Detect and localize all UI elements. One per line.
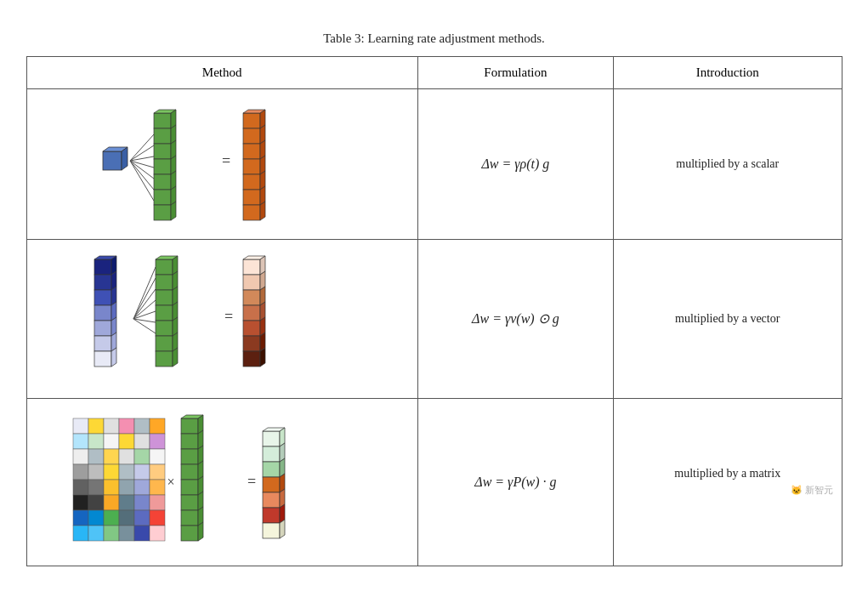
- svg-rect-37: [243, 190, 260, 205]
- svg-rect-102: [104, 434, 119, 449]
- svg-rect-123: [150, 480, 165, 495]
- svg-rect-122: [134, 480, 150, 495]
- svg-rect-164: [263, 446, 280, 462]
- method-cell-1: =: [26, 88, 417, 239]
- svg-rect-33: [243, 159, 260, 174]
- svg-rect-66: [156, 275, 173, 290]
- svg-rect-84: [243, 290, 260, 305]
- scalar-diagram-svg: =: [86, 105, 358, 224]
- svg-marker-159: [198, 522, 203, 541]
- svg-rect-121: [119, 480, 134, 495]
- svg-rect-82: [243, 275, 260, 290]
- svg-rect-35: [243, 174, 260, 190]
- svg-text:=: =: [224, 308, 233, 325]
- svg-rect-86: [243, 305, 260, 321]
- svg-rect-143: [181, 418, 198, 434]
- svg-marker-77: [173, 348, 178, 367]
- svg-marker-40: [260, 202, 265, 220]
- svg-rect-109: [119, 449, 134, 464]
- svg-text:=: =: [247, 473, 256, 490]
- table-row-1: =: [26, 88, 842, 239]
- svg-rect-111: [150, 449, 165, 464]
- svg-rect-29: [243, 128, 260, 144]
- svg-rect-174: [263, 523, 280, 538]
- method-cell-2: =: [26, 239, 417, 398]
- svg-rect-154: [181, 495, 198, 510]
- introduction-cell-2: multiplied by a vector: [613, 239, 842, 398]
- svg-rect-117: [150, 464, 165, 480]
- svg-line-59: [133, 300, 156, 319]
- svg-rect-106: [73, 449, 88, 464]
- svg-rect-148: [181, 449, 198, 464]
- svg-rect-161: [263, 431, 280, 446]
- svg-rect-99: [150, 418, 165, 434]
- svg-rect-79: [243, 259, 260, 275]
- introduction-cell-1: multiplied by a scalar: [613, 88, 842, 239]
- svg-rect-26: [243, 113, 260, 128]
- svg-marker-2: [122, 147, 128, 170]
- svg-rect-132: [104, 510, 119, 526]
- formula-2: Δw = γv(w) ⊙ g: [427, 310, 604, 327]
- svg-rect-95: [88, 418, 104, 434]
- col-header-method: Method: [26, 56, 417, 88]
- svg-rect-118: [73, 480, 88, 495]
- table-row-3: ×: [26, 398, 842, 566]
- matrix-diagram-svg: ×: [69, 414, 375, 550]
- vector-diagram-svg: =: [86, 255, 358, 383]
- svg-rect-139: [119, 526, 134, 541]
- svg-rect-172: [263, 508, 280, 523]
- table-title: Table 3: Learning rate adjustment method…: [26, 31, 842, 46]
- svg-rect-114: [104, 464, 119, 480]
- diagram-matrix: ×: [36, 406, 409, 559]
- svg-rect-110: [134, 449, 150, 464]
- svg-rect-74: [156, 336, 173, 351]
- svg-rect-46: [94, 290, 111, 305]
- svg-rect-133: [119, 510, 134, 526]
- intro-2: multiplied by a vector: [622, 312, 833, 326]
- svg-marker-55: [111, 348, 116, 367]
- col-header-introduction: Introduction: [613, 56, 842, 88]
- svg-rect-19: [154, 174, 171, 190]
- svg-rect-136: [73, 526, 88, 541]
- svg-rect-70: [156, 305, 173, 321]
- formula-3: Δw = γP(w) · g: [427, 475, 604, 490]
- svg-rect-126: [104, 495, 119, 510]
- formulation-cell-2: Δw = γv(w) ⊙ g: [417, 239, 613, 398]
- svg-text:=: =: [222, 152, 230, 169]
- svg-line-8: [130, 161, 154, 190]
- svg-rect-107: [88, 449, 104, 464]
- svg-line-7: [130, 161, 154, 179]
- svg-rect-90: [243, 336, 260, 351]
- formula-1: Δw = γρ(t) g: [427, 156, 604, 172]
- svg-rect-76: [156, 351, 173, 367]
- svg-rect-135: [150, 510, 165, 526]
- svg-rect-150: [181, 464, 198, 480]
- svg-rect-128: [134, 495, 150, 510]
- page-container: Table 3: Learning rate adjustment method…: [26, 31, 842, 566]
- svg-rect-125: [88, 495, 104, 510]
- svg-rect-98: [134, 418, 150, 434]
- svg-rect-115: [119, 464, 134, 480]
- svg-rect-21: [154, 190, 171, 205]
- svg-marker-175: [280, 520, 285, 538]
- svg-marker-24: [171, 202, 176, 220]
- svg-rect-0: [103, 151, 122, 170]
- svg-rect-105: [150, 434, 165, 449]
- svg-rect-137: [88, 526, 104, 541]
- formulation-cell-3: Δw = γP(w) · g: [417, 398, 613, 566]
- svg-rect-92: [243, 351, 260, 367]
- method-cell-3: ×: [26, 398, 417, 566]
- svg-rect-68: [156, 290, 173, 305]
- svg-rect-52: [94, 336, 111, 351]
- watermark: 🐱 新智元: [622, 480, 833, 497]
- svg-rect-48: [94, 305, 111, 321]
- svg-rect-23: [154, 205, 171, 220]
- svg-line-62: [133, 319, 156, 333]
- svg-rect-108: [104, 449, 119, 464]
- svg-rect-44: [94, 275, 111, 290]
- svg-rect-10: [154, 113, 171, 128]
- svg-rect-17: [154, 159, 171, 174]
- svg-rect-103: [119, 434, 134, 449]
- introduction-cell-3: multiplied by a matrix 🐱 新智元: [613, 398, 842, 566]
- diagram-scalar: =: [36, 96, 409, 232]
